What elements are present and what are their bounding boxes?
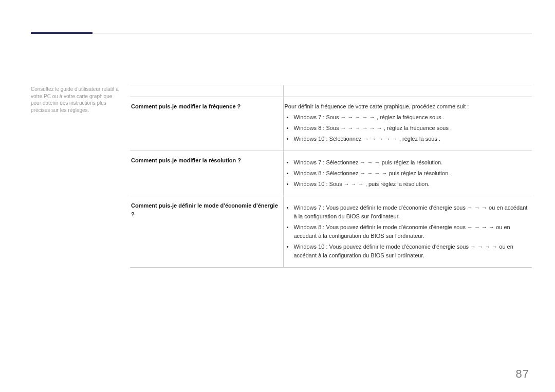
page-number: 87 xyxy=(516,367,529,381)
list-item: Windows 10 : Sélectionnez → → → → → , ré… xyxy=(285,135,528,143)
question-text: Comment puis-je définir le mode d'économ… xyxy=(131,202,278,217)
table-row: Comment puis-je modifier la fréquence ? … xyxy=(130,97,532,151)
question-text: Comment puis-je modifier la fréquence ? xyxy=(131,103,240,109)
list-item: Windows 8 : Vous pouvez définir le mode … xyxy=(285,223,528,240)
list-item: Windows 10 : Vous pouvez définir le mode… xyxy=(285,242,528,260)
question-cell: Comment puis-je modifier la résolution ? xyxy=(130,151,283,196)
qa-table: Comment puis-je modifier la fréquence ? … xyxy=(130,85,532,268)
page: Consultez le guide d'utilisateur relatif… xyxy=(0,0,555,392)
answer-list: Windows 7 : Vous pouvez définir le mode … xyxy=(285,203,528,260)
accent-bar xyxy=(31,32,92,34)
answer-intro: Pour définir la fréquence de votre carte… xyxy=(285,103,469,109)
list-item: Windows 10 : Sous → → → , puis réglez la… xyxy=(285,180,528,189)
list-item: Windows 8 : Sélectionnez → → → → puis ré… xyxy=(285,169,528,178)
answer-list: Windows 7 : Sélectionnez → → → puis régl… xyxy=(285,158,528,189)
table-row: Comment puis-je modifier la résolution ?… xyxy=(130,151,532,196)
list-item: Windows 7 : Sous → → → → → , réglez la f… xyxy=(285,113,528,122)
list-item: Windows 8 : Sous → → → → → → , réglez la… xyxy=(285,124,528,133)
answer-cell: Windows 7 : Sélectionnez → → → puis régl… xyxy=(283,151,532,196)
list-item: Windows 7 : Sélectionnez → → → puis régl… xyxy=(285,158,528,167)
qa-table-wrap: Comment puis-je modifier la fréquence ? … xyxy=(130,85,532,268)
question-cell: Comment puis-je modifier la fréquence ? xyxy=(130,97,283,151)
sidebar-note: Consultez le guide d'utilisateur relatif… xyxy=(31,85,121,268)
answer-list: Windows 7 : Sous → → → → → , réglez la f… xyxy=(285,113,528,143)
answer-cell: Pour définir la fréquence de votre carte… xyxy=(283,97,532,151)
question-cell: Comment puis-je définir le mode d'économ… xyxy=(130,196,283,267)
table-row: Comment puis-je définir le mode d'économ… xyxy=(130,196,532,267)
question-text: Comment puis-je modifier la résolution ? xyxy=(131,157,241,163)
table-header-answer xyxy=(283,85,532,97)
sidebar-note-text: Consultez le guide d'utilisateur relatif… xyxy=(31,86,119,113)
list-item: Windows 7 : Vous pouvez définir le mode … xyxy=(285,203,528,221)
content-body: Consultez le guide d'utilisateur relatif… xyxy=(31,85,532,268)
table-header-row xyxy=(130,85,532,97)
table-header-question xyxy=(130,85,283,97)
answer-cell: Windows 7 : Vous pouvez définir le mode … xyxy=(283,196,532,267)
horizontal-rule xyxy=(31,33,532,33)
